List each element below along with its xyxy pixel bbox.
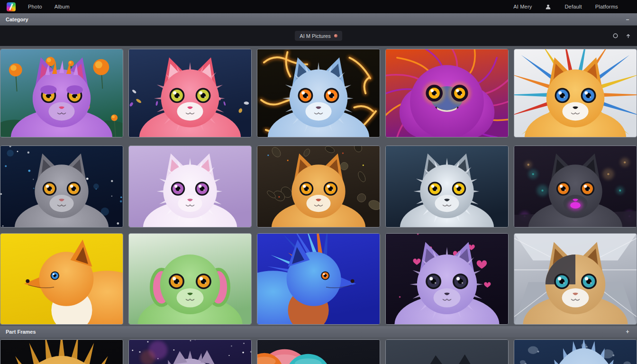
category-collapse-button[interactable]: – [624, 17, 631, 22]
menubar-item-photo[interactable]: Photo [28, 4, 42, 9]
upload-icon[interactable] [625, 33, 631, 39]
gallery-row [0, 49, 637, 137]
part-frames-collapse-button[interactable]: + [624, 329, 631, 335]
gallery-image-golden-spike-creature[interactable] [0, 339, 123, 364]
gallery-image-purple-cat-hearts[interactable] [385, 233, 509, 325]
gallery-image-rainbow-spike-pup[interactable] [514, 49, 637, 137]
gallery-row [0, 146, 637, 228]
toolbar-icons [612, 33, 631, 39]
selector-dot-icon [334, 34, 337, 37]
menubar-item-default[interactable]: Default [564, 4, 582, 9]
category-section-title: Category [6, 17, 28, 22]
filter-icon[interactable] [612, 33, 619, 39]
category-section-bar: Category – [0, 13, 637, 26]
gallery-image-orange-cat-rocks[interactable] [257, 146, 380, 228]
gallery-image-green-droopy-creature[interactable] [128, 233, 252, 325]
menubar: PhotoAlbum AI MeryDefaultPlatforms [0, 0, 637, 13]
gallery-image-purple-jungle-creature[interactable] [0, 49, 123, 137]
gallery-image-silver-cat-yellow-eyes[interactable] [385, 146, 509, 228]
toolbar: AI M Pictures [0, 26, 637, 46]
gallery-image-lavender-fluffy-cat[interactable] [128, 146, 252, 228]
user-icon[interactable] [545, 4, 551, 10]
gallery-image-black-cat-magenta-glow[interactable] [514, 146, 637, 228]
menubar-right: AI MeryDefaultPlatforms [513, 4, 618, 10]
gallery-image-gray-kitten-sparkles[interactable] [0, 146, 123, 228]
gallery-image-orange-fox-profile[interactable] [0, 233, 123, 325]
menubar-item-album[interactable]: Album [55, 4, 70, 9]
gallery-image-blue-cat-neon[interactable] [257, 49, 380, 137]
menubar-left: PhotoAlbum [28, 4, 70, 9]
app-logo-icon [7, 2, 16, 11]
gallery-image-purple-tendril-monster[interactable] [385, 49, 509, 137]
gallery-image-calico-cat-corridor[interactable] [514, 233, 637, 325]
gallery-selector-label: AI M Pictures [300, 33, 330, 39]
gallery-image-galaxy-cat[interactable] [128, 339, 252, 364]
gallery-image-blue-fluff-creature[interactable] [514, 339, 637, 364]
gallery-image-pink-fluffy-cat[interactable] [128, 49, 252, 137]
gallery-row [0, 339, 637, 364]
part-frames-section-bar: Part Frames + [0, 326, 637, 337]
gallery-image-pompom-creatures[interactable] [257, 339, 380, 364]
gallery-selector-pill[interactable]: AI M Pictures [295, 31, 342, 41]
gallery-row [0, 233, 637, 325]
menubar-item-platforms[interactable]: Platforms [595, 4, 618, 9]
part-frames-section-title: Part Frames [6, 329, 36, 335]
menubar-item-ai-mery[interactable]: AI Mery [513, 4, 532, 9]
gallery-image-blue-spike-wolf[interactable] [257, 233, 380, 325]
gallery-image-dark-cat-ears[interactable] [385, 339, 509, 364]
